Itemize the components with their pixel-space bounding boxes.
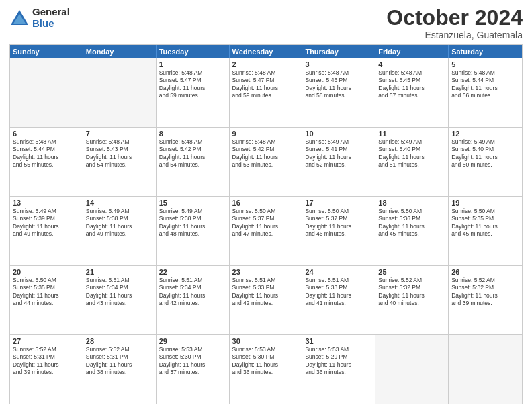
day-number: 4 (378, 60, 445, 68)
cell-line: and 44 minutes. (13, 300, 80, 307)
cell-line: Daylight: 11 hours (305, 223, 372, 230)
month-title: October 2024 (386, 7, 523, 28)
cell-line: Sunset: 5:34 PM (86, 284, 153, 291)
calendar: SundayMondayTuesdayWednesdayThursdayFrid… (9, 44, 523, 404)
cell-line: and 45 minutes. (378, 230, 445, 238)
cell-line: Sunrise: 5:48 AM (86, 138, 153, 146)
calendar-row-4: 20Sunrise: 5:50 AMSunset: 5:35 PMDayligh… (10, 265, 522, 334)
cell-line: Sunset: 5:44 PM (13, 146, 80, 153)
day-number: 30 (232, 337, 300, 345)
cell-line: and 57 minutes. (378, 92, 445, 99)
cell-line: Sunrise: 5:51 AM (86, 277, 153, 284)
calendar-cell: 17Sunrise: 5:50 AMSunset: 5:37 PMDayligh… (302, 197, 375, 265)
cell-line: Daylight: 11 hours (305, 361, 372, 369)
calendar-cell: 9Sunrise: 5:48 AMSunset: 5:42 PMDaylight… (230, 128, 303, 196)
cell-line: Sunrise: 5:50 AM (232, 208, 300, 215)
cell-line: Sunrise: 5:51 AM (305, 277, 372, 284)
cell-line: and 49 minutes. (13, 230, 80, 238)
day-number: 18 (378, 199, 445, 207)
cell-line: Sunset: 5:47 PM (159, 77, 226, 84)
header: General Blue October 2024 Estanzuela, Gu… (9, 7, 523, 40)
calendar-cell: 28Sunrise: 5:52 AMSunset: 5:31 PMDayligh… (83, 335, 157, 404)
cell-line: Sunset: 5:34 PM (159, 284, 226, 291)
cell-line: Daylight: 11 hours (451, 223, 519, 230)
day-number: 23 (232, 268, 300, 276)
calendar-cell: 22Sunrise: 5:51 AMSunset: 5:34 PMDayligh… (157, 266, 230, 334)
cell-line: Daylight: 11 hours (159, 223, 226, 230)
cell-line: Sunrise: 5:51 AM (232, 277, 300, 284)
cell-line: and 59 minutes. (159, 92, 226, 99)
day-number: 7 (86, 130, 153, 138)
day-number: 27 (13, 337, 80, 345)
cell-line: Daylight: 11 hours (451, 85, 519, 92)
day-number: 2 (232, 60, 300, 68)
cell-line: Sunset: 5:47 PM (232, 77, 300, 84)
calendar-cell: 18Sunrise: 5:50 AMSunset: 5:36 PMDayligh… (375, 197, 449, 265)
calendar-body: 1Sunrise: 5:48 AMSunset: 5:47 PMDaylight… (10, 58, 522, 404)
cell-line: Daylight: 11 hours (232, 361, 300, 369)
logo-icon (9, 9, 30, 28)
cell-line: and 41 minutes. (305, 300, 372, 307)
day-number: 25 (378, 268, 445, 276)
logo: General Blue (9, 7, 70, 29)
calendar-header: SundayMondayTuesdayWednesdayThursdayFrid… (10, 45, 522, 58)
cell-line: Sunset: 5:40 PM (451, 146, 519, 153)
cell-line: Sunrise: 5:49 AM (86, 208, 153, 215)
day-number: 12 (451, 130, 519, 138)
day-number: 10 (305, 130, 372, 138)
cell-line: Sunrise: 5:52 AM (13, 346, 80, 353)
title-area: October 2024 Estanzuela, Guatemala (386, 7, 523, 40)
calendar-cell: 3Sunrise: 5:48 AMSunset: 5:46 PMDaylight… (302, 58, 375, 127)
day-number: 22 (159, 268, 226, 276)
day-number: 21 (86, 268, 153, 276)
cell-line: Sunset: 5:37 PM (305, 215, 372, 222)
calendar-cell: 23Sunrise: 5:51 AMSunset: 5:33 PMDayligh… (230, 266, 303, 334)
cell-line: Daylight: 11 hours (451, 154, 519, 161)
cell-line: Sunrise: 5:48 AM (232, 138, 300, 146)
cell-line: Sunrise: 5:48 AM (13, 138, 80, 146)
cell-line: Sunset: 5:41 PM (305, 146, 372, 153)
calendar-cell: 1Sunrise: 5:48 AMSunset: 5:47 PMDaylight… (157, 58, 230, 127)
weekday-header-tuesday: Tuesday (157, 45, 230, 58)
calendar-row-1: 1Sunrise: 5:48 AMSunset: 5:47 PMDaylight… (10, 58, 522, 127)
day-number: 6 (13, 130, 80, 138)
cell-line: and 46 minutes. (305, 230, 372, 238)
cell-line: Sunrise: 5:49 AM (451, 138, 519, 146)
cell-line: and 55 minutes. (13, 161, 80, 169)
cell-line: Daylight: 11 hours (451, 292, 519, 300)
day-number: 31 (305, 337, 372, 345)
cell-line: Sunset: 5:35 PM (451, 215, 519, 222)
cell-line: Daylight: 11 hours (86, 361, 153, 369)
cell-line: Sunset: 5:38 PM (86, 215, 153, 222)
cell-line: Daylight: 11 hours (13, 361, 80, 369)
calendar-cell: 31Sunrise: 5:53 AMSunset: 5:29 PMDayligh… (302, 335, 375, 404)
calendar-cell (375, 335, 449, 404)
cell-line: Sunset: 5:42 PM (159, 146, 226, 153)
cell-line: Sunset: 5:30 PM (232, 353, 300, 361)
day-number: 24 (305, 268, 372, 276)
calendar-cell: 26Sunrise: 5:52 AMSunset: 5:32 PMDayligh… (449, 266, 522, 334)
weekday-header-monday: Monday (83, 45, 157, 58)
calendar-cell: 29Sunrise: 5:53 AMSunset: 5:30 PMDayligh… (157, 335, 230, 404)
cell-line: Sunrise: 5:52 AM (86, 346, 153, 353)
cell-line: Sunrise: 5:51 AM (159, 277, 226, 284)
cell-line: Sunrise: 5:49 AM (378, 138, 445, 146)
calendar-row-3: 13Sunrise: 5:49 AMSunset: 5:39 PMDayligh… (10, 196, 522, 265)
cell-line: Daylight: 11 hours (159, 361, 226, 369)
day-number: 14 (86, 199, 153, 207)
cell-line: and 36 minutes. (232, 369, 300, 376)
calendar-row-2: 6Sunrise: 5:48 AMSunset: 5:44 PMDaylight… (10, 127, 522, 196)
day-number: 3 (305, 60, 372, 68)
calendar-cell: 24Sunrise: 5:51 AMSunset: 5:33 PMDayligh… (302, 266, 375, 334)
calendar-cell: 10Sunrise: 5:49 AMSunset: 5:41 PMDayligh… (302, 128, 375, 196)
cell-line: Daylight: 11 hours (86, 154, 153, 161)
page: General Blue October 2024 Estanzuela, Gu… (0, 0, 532, 411)
cell-line: Daylight: 11 hours (159, 154, 226, 161)
day-number: 19 (451, 199, 519, 207)
cell-line: and 58 minutes. (305, 92, 372, 99)
cell-line: Sunrise: 5:50 AM (451, 208, 519, 215)
cell-line: and 59 minutes. (232, 92, 300, 99)
cell-line: Sunrise: 5:48 AM (305, 69, 372, 77)
cell-line: and 38 minutes. (86, 369, 153, 376)
cell-line: Sunrise: 5:50 AM (378, 208, 445, 215)
